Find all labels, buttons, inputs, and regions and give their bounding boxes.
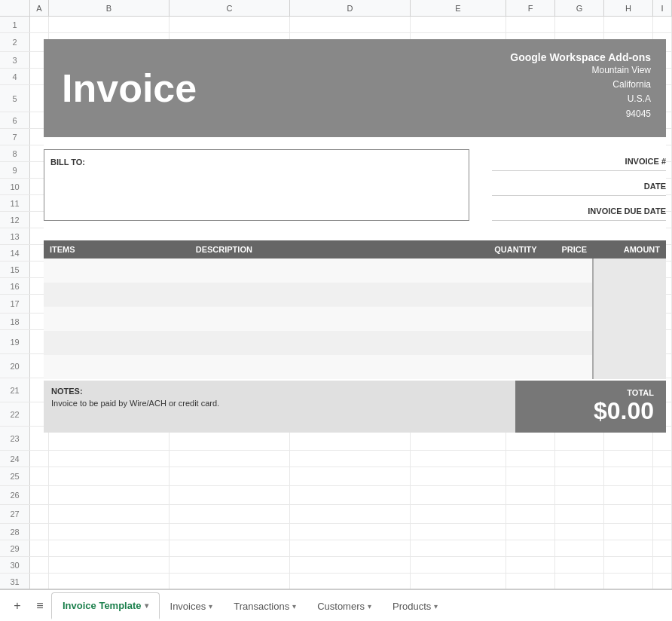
cell[interactable] <box>555 278 604 294</box>
cell[interactable] <box>653 427 672 450</box>
add-sheet-button[interactable]: + <box>6 595 29 617</box>
cell[interactable] <box>290 69 411 84</box>
tab-invoice-template[interactable]: Invoice Template ▾ <box>51 592 160 619</box>
cell[interactable] <box>653 295 672 313</box>
cell[interactable] <box>170 112 290 128</box>
cell[interactable] <box>506 129 555 145</box>
cell[interactable] <box>170 486 290 504</box>
cell[interactable] <box>411 52 506 68</box>
cell[interactable] <box>604 262 653 277</box>
cell[interactable] <box>49 402 170 426</box>
cell[interactable] <box>290 378 411 402</box>
cell[interactable] <box>604 557 653 573</box>
cell[interactable] <box>506 145 555 161</box>
cell[interactable] <box>49 245 170 261</box>
cell[interactable] <box>506 212 555 228</box>
cell[interactable] <box>30 330 49 353</box>
cell[interactable] <box>555 486 604 504</box>
cell[interactable] <box>653 195 672 211</box>
cell[interactable] <box>170 557 290 573</box>
cell[interactable] <box>555 295 604 313</box>
cell[interactable] <box>30 524 49 540</box>
cell[interactable] <box>170 212 290 228</box>
tab-customers[interactable]: Customers ▾ <box>307 592 382 619</box>
cell[interactable] <box>49 17 170 32</box>
cell[interactable] <box>411 295 506 313</box>
cell[interactable] <box>170 228 290 244</box>
tab-products[interactable]: Products ▾ <box>382 592 448 619</box>
cell[interactable] <box>290 330 411 353</box>
cell[interactable] <box>290 574 411 589</box>
cell[interactable] <box>30 228 49 244</box>
cell[interactable] <box>411 314 506 329</box>
cell[interactable] <box>49 354 170 378</box>
cell[interactable] <box>30 574 49 589</box>
cell[interactable] <box>290 467 411 485</box>
cell[interactable] <box>170 17 290 32</box>
cell[interactable] <box>290 262 411 277</box>
cell[interactable] <box>653 17 672 32</box>
cell[interactable] <box>653 505 672 523</box>
cell[interactable] <box>604 354 653 378</box>
cell[interactable] <box>30 162 49 178</box>
cell[interactable] <box>506 467 555 485</box>
cell[interactable] <box>411 33 506 51</box>
cell[interactable] <box>290 354 411 378</box>
cell[interactable] <box>411 574 506 589</box>
cell[interactable] <box>290 179 411 194</box>
cell[interactable] <box>49 314 170 329</box>
cell[interactable] <box>170 402 290 426</box>
cell[interactable] <box>30 486 49 504</box>
cell[interactable] <box>653 451 672 467</box>
cell[interactable] <box>653 278 672 294</box>
cell[interactable] <box>290 540 411 556</box>
cell[interactable] <box>49 540 170 556</box>
cell[interactable] <box>30 451 49 467</box>
cell[interactable] <box>411 486 506 504</box>
cell[interactable] <box>653 162 672 178</box>
cell[interactable] <box>170 314 290 329</box>
cell[interactable] <box>30 145 49 161</box>
cell[interactable] <box>49 85 170 112</box>
cell[interactable] <box>604 524 653 540</box>
cell[interactable] <box>604 195 653 211</box>
cell[interactable] <box>411 467 506 485</box>
cell[interactable] <box>290 228 411 244</box>
cell[interactable] <box>555 451 604 467</box>
cell[interactable] <box>290 402 411 426</box>
cell[interactable] <box>506 179 555 194</box>
cell[interactable] <box>49 486 170 504</box>
cell[interactable] <box>604 486 653 504</box>
tab-transactions[interactable]: Transactions ▾ <box>223 592 307 619</box>
cell[interactable] <box>170 85 290 112</box>
cell[interactable] <box>49 295 170 313</box>
cell[interactable] <box>170 505 290 523</box>
cell[interactable] <box>604 17 653 32</box>
cell[interactable] <box>170 262 290 277</box>
cell[interactable] <box>290 295 411 313</box>
cell[interactable] <box>411 330 506 353</box>
cell[interactable] <box>653 378 672 402</box>
cell[interactable] <box>170 33 290 51</box>
cell[interactable] <box>506 69 555 84</box>
cell[interactable] <box>170 69 290 84</box>
cell[interactable] <box>653 524 672 540</box>
cell[interactable] <box>290 195 411 211</box>
cell[interactable] <box>290 85 411 112</box>
cell[interactable] <box>604 228 653 244</box>
cell[interactable] <box>30 52 49 68</box>
cell[interactable] <box>49 451 170 467</box>
cell[interactable] <box>604 69 653 84</box>
cell[interactable] <box>290 451 411 467</box>
cell[interactable] <box>30 505 49 523</box>
cell[interactable] <box>604 314 653 329</box>
cell[interactable] <box>653 212 672 228</box>
cell[interactable] <box>49 278 170 294</box>
cell[interactable] <box>604 330 653 353</box>
cell[interactable] <box>30 314 49 329</box>
cell[interactable] <box>290 212 411 228</box>
cell[interactable] <box>604 33 653 51</box>
cell[interactable] <box>653 69 672 84</box>
cell[interactable] <box>170 145 290 161</box>
cell[interactable] <box>604 427 653 450</box>
